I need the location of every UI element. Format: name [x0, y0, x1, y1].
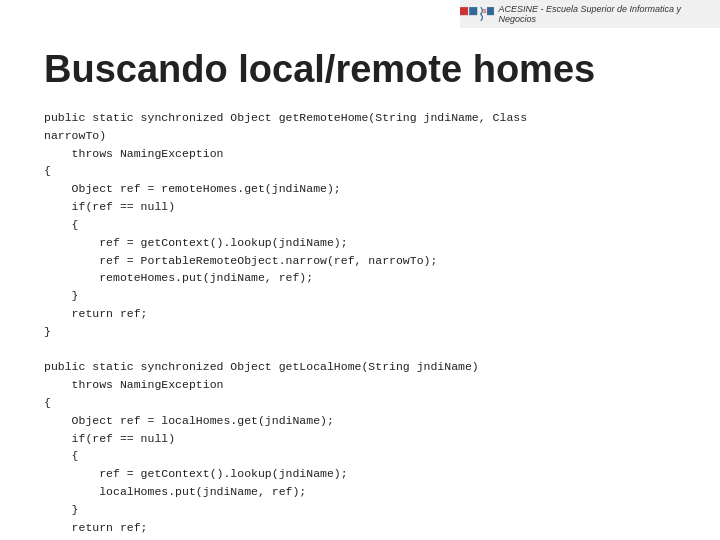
code-block: public static synchronized Object getRem…	[44, 109, 690, 540]
code-line: public static synchronized Object getRem…	[44, 109, 690, 127]
code-line: public static synchronized Object getLoc…	[44, 358, 690, 376]
slide-title: Buscando local/remote homes	[44, 48, 690, 91]
code-line: return ref;	[44, 305, 690, 323]
code-line: throws NamingException	[44, 376, 690, 394]
code-line: if(ref == null)	[44, 430, 690, 448]
code-line: remoteHomes.put(jndiName, ref);	[44, 269, 690, 287]
svg-rect-0	[460, 7, 468, 15]
code-line	[44, 341, 690, 359]
svg-text:S: S	[483, 8, 487, 14]
code-line: {	[44, 447, 690, 465]
logo-area: S ACESINE - Escuela Superior de Informat…	[460, 3, 712, 25]
code-line: localHomes.put(jndiName, ref);	[44, 483, 690, 501]
logo-text: ACESINE - Escuela Superior de Informatic…	[499, 4, 712, 24]
code-line: throws NamingException	[44, 145, 690, 163]
code-line: {	[44, 216, 690, 234]
code-line: }	[44, 501, 690, 519]
code-line: {	[44, 162, 690, 180]
code-line: Object ref = remoteHomes.get(jndiName);	[44, 180, 690, 198]
code-line: }	[44, 537, 690, 541]
code-line: Object ref = localHomes.get(jndiName);	[44, 412, 690, 430]
svg-rect-1	[469, 7, 477, 15]
header-bar: S ACESINE - Escuela Superior de Informat…	[460, 0, 720, 28]
code-line: }	[44, 287, 690, 305]
code-line: ref = getContext().lookup(jndiName);	[44, 465, 690, 483]
code-line: return ref;	[44, 519, 690, 537]
code-line: {	[44, 394, 690, 412]
logo-icon: S	[460, 3, 495, 25]
code-line: }	[44, 323, 690, 341]
code-line: if(ref == null)	[44, 198, 690, 216]
code-line: narrowTo)	[44, 127, 690, 145]
slide-content: Buscando local/remote homes public stati…	[0, 28, 720, 540]
code-line: ref = getContext().lookup(jndiName);	[44, 234, 690, 252]
svg-rect-3	[487, 7, 494, 15]
code-line: ref = PortableRemoteObject.narrow(ref, n…	[44, 252, 690, 270]
